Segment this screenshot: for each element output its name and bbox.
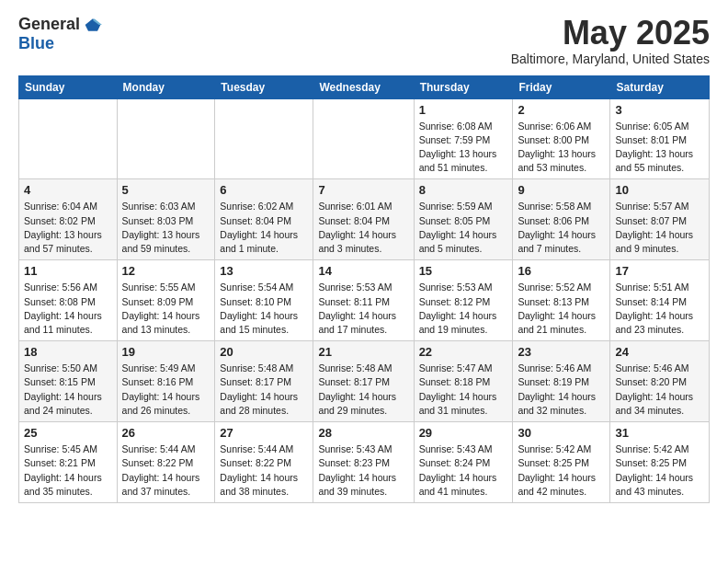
page: General Blue May 2025 Baltimore, Marylan… <box>0 0 728 512</box>
day-number: 2 <box>518 103 605 117</box>
day-number: 17 <box>615 264 704 278</box>
logo-general: General <box>18 15 80 34</box>
day-number: 21 <box>318 345 408 359</box>
day-info: Sunrise: 5:53 AMSunset: 8:11 PMDaylight:… <box>318 281 408 337</box>
day-number: 14 <box>318 264 408 278</box>
day-info: Sunrise: 5:43 AMSunset: 8:24 PMDaylight:… <box>419 442 508 499</box>
logo: General Blue <box>18 15 102 53</box>
calendar-header-day: Sunday <box>19 75 118 98</box>
day-number: 27 <box>220 426 308 440</box>
day-number: 11 <box>24 264 112 278</box>
day-number: 29 <box>419 426 508 440</box>
day-info: Sunrise: 5:48 AMSunset: 8:17 PMDaylight:… <box>318 362 408 418</box>
calendar-day-cell: 5Sunrise: 6:03 AMSunset: 8:03 PMDaylight… <box>117 179 215 260</box>
day-info: Sunrise: 5:53 AMSunset: 8:12 PMDaylight:… <box>419 281 508 337</box>
day-info: Sunrise: 5:51 AMSunset: 8:14 PMDaylight:… <box>615 281 704 337</box>
calendar-day-cell: 17Sunrise: 5:51 AMSunset: 8:14 PMDayligh… <box>610 260 710 341</box>
day-info: Sunrise: 5:59 AMSunset: 8:05 PMDaylight:… <box>419 200 508 256</box>
calendar-header-day: Monday <box>117 75 215 98</box>
calendar-week-row: 18Sunrise: 5:50 AMSunset: 8:15 PMDayligh… <box>19 341 710 422</box>
calendar-day-cell: 23Sunrise: 5:46 AMSunset: 8:19 PMDayligh… <box>513 341 610 422</box>
calendar-day-cell: 15Sunrise: 5:53 AMSunset: 8:12 PMDayligh… <box>414 260 513 341</box>
day-number: 20 <box>220 345 308 359</box>
title-block: May 2025 Baltimore, Maryland, United Sta… <box>511 15 710 66</box>
day-info: Sunrise: 5:52 AMSunset: 8:13 PMDaylight:… <box>518 281 605 337</box>
calendar-day-cell: 28Sunrise: 5:43 AMSunset: 8:23 PMDayligh… <box>313 422 414 503</box>
calendar-header-day: Thursday <box>414 75 513 98</box>
day-info: Sunrise: 5:42 AMSunset: 8:25 PMDaylight:… <box>615 442 704 499</box>
calendar-day-cell: 13Sunrise: 5:54 AMSunset: 8:10 PMDayligh… <box>215 260 313 341</box>
day-info: Sunrise: 5:56 AMSunset: 8:08 PMDaylight:… <box>24 281 112 337</box>
logo-blue-text: Blue <box>18 34 54 53</box>
calendar-day-cell <box>313 98 414 179</box>
day-info: Sunrise: 6:03 AMSunset: 8:03 PMDaylight:… <box>122 200 210 256</box>
day-number: 12 <box>122 264 210 278</box>
day-info: Sunrise: 6:02 AMSunset: 8:04 PMDaylight:… <box>220 200 308 256</box>
calendar-day-cell: 10Sunrise: 5:57 AMSunset: 8:07 PMDayligh… <box>610 179 710 260</box>
calendar-week-row: 4Sunrise: 6:04 AMSunset: 8:02 PMDaylight… <box>19 179 710 260</box>
calendar-day-cell <box>215 98 313 179</box>
day-number: 8 <box>419 183 508 197</box>
day-number: 13 <box>220 264 308 278</box>
header: General Blue May 2025 Baltimore, Marylan… <box>18 15 710 66</box>
calendar-day-cell: 16Sunrise: 5:52 AMSunset: 8:13 PMDayligh… <box>513 260 610 341</box>
calendar-header-day: Wednesday <box>313 75 414 98</box>
calendar-day-cell: 25Sunrise: 5:45 AMSunset: 8:21 PMDayligh… <box>19 422 118 503</box>
calendar-day-cell: 8Sunrise: 5:59 AMSunset: 8:05 PMDaylight… <box>414 179 513 260</box>
day-number: 19 <box>122 345 210 359</box>
day-number: 7 <box>318 183 408 197</box>
calendar-week-row: 11Sunrise: 5:56 AMSunset: 8:08 PMDayligh… <box>19 260 710 341</box>
calendar-day-cell: 18Sunrise: 5:50 AMSunset: 8:15 PMDayligh… <box>19 341 118 422</box>
day-number: 10 <box>615 183 704 197</box>
day-info: Sunrise: 5:43 AMSunset: 8:23 PMDaylight:… <box>318 442 408 499</box>
logo-icon <box>84 16 102 34</box>
calendar-day-cell: 11Sunrise: 5:56 AMSunset: 8:08 PMDayligh… <box>19 260 118 341</box>
day-number: 26 <box>122 426 210 440</box>
calendar-day-cell: 6Sunrise: 6:02 AMSunset: 8:04 PMDaylight… <box>215 179 313 260</box>
day-info: Sunrise: 5:47 AMSunset: 8:18 PMDaylight:… <box>419 362 508 418</box>
calendar-day-cell: 3Sunrise: 6:05 AMSunset: 8:01 PMDaylight… <box>610 98 710 179</box>
day-number: 16 <box>518 264 605 278</box>
subtitle: Baltimore, Maryland, United States <box>511 52 710 66</box>
day-number: 5 <box>122 183 210 197</box>
day-info: Sunrise: 5:49 AMSunset: 8:16 PMDaylight:… <box>122 362 210 418</box>
day-info: Sunrise: 5:57 AMSunset: 8:07 PMDaylight:… <box>615 200 704 256</box>
day-number: 25 <box>24 426 112 440</box>
day-number: 24 <box>615 345 704 359</box>
day-number: 28 <box>318 426 408 440</box>
day-info: Sunrise: 5:50 AMSunset: 8:15 PMDaylight:… <box>24 362 112 418</box>
day-info: Sunrise: 5:58 AMSunset: 8:06 PMDaylight:… <box>518 200 605 256</box>
calendar-week-row: 25Sunrise: 5:45 AMSunset: 8:21 PMDayligh… <box>19 422 710 503</box>
day-number: 9 <box>518 183 605 197</box>
calendar-week-row: 1Sunrise: 6:08 AMSunset: 7:59 PMDaylight… <box>19 98 710 179</box>
main-title: May 2025 <box>511 15 710 52</box>
calendar-day-cell: 27Sunrise: 5:44 AMSunset: 8:22 PMDayligh… <box>215 422 313 503</box>
svg-marker-0 <box>85 18 101 30</box>
day-info: Sunrise: 5:44 AMSunset: 8:22 PMDaylight:… <box>220 442 308 499</box>
calendar-day-cell <box>117 98 215 179</box>
day-info: Sunrise: 6:08 AMSunset: 7:59 PMDaylight:… <box>419 120 508 176</box>
day-info: Sunrise: 5:46 AMSunset: 8:19 PMDaylight:… <box>518 362 605 418</box>
logo-blue: Blue <box>18 34 54 53</box>
day-info: Sunrise: 6:06 AMSunset: 8:00 PMDaylight:… <box>518 120 605 176</box>
calendar-day-cell: 20Sunrise: 5:48 AMSunset: 8:17 PMDayligh… <box>215 341 313 422</box>
day-number: 6 <box>220 183 308 197</box>
day-number: 1 <box>419 103 508 117</box>
calendar-day-cell: 14Sunrise: 5:53 AMSunset: 8:11 PMDayligh… <box>313 260 414 341</box>
day-number: 23 <box>518 345 605 359</box>
calendar-day-cell: 19Sunrise: 5:49 AMSunset: 8:16 PMDayligh… <box>117 341 215 422</box>
day-info: Sunrise: 5:44 AMSunset: 8:22 PMDaylight:… <box>122 442 210 499</box>
calendar-day-cell: 26Sunrise: 5:44 AMSunset: 8:22 PMDayligh… <box>117 422 215 503</box>
calendar-day-cell <box>19 98 118 179</box>
day-number: 18 <box>24 345 112 359</box>
calendar: SundayMondayTuesdayWednesdayThursdayFrid… <box>18 75 710 503</box>
calendar-header-day: Friday <box>513 75 610 98</box>
day-info: Sunrise: 5:42 AMSunset: 8:25 PMDaylight:… <box>518 442 605 499</box>
day-number: 4 <box>24 183 112 197</box>
calendar-day-cell: 24Sunrise: 5:46 AMSunset: 8:20 PMDayligh… <box>610 341 710 422</box>
day-info: Sunrise: 6:01 AMSunset: 8:04 PMDaylight:… <box>318 200 408 256</box>
day-info: Sunrise: 5:54 AMSunset: 8:10 PMDaylight:… <box>220 281 308 337</box>
calendar-header-row: SundayMondayTuesdayWednesdayThursdayFrid… <box>19 75 710 98</box>
day-number: 31 <box>615 426 704 440</box>
calendar-day-cell: 30Sunrise: 5:42 AMSunset: 8:25 PMDayligh… <box>513 422 610 503</box>
